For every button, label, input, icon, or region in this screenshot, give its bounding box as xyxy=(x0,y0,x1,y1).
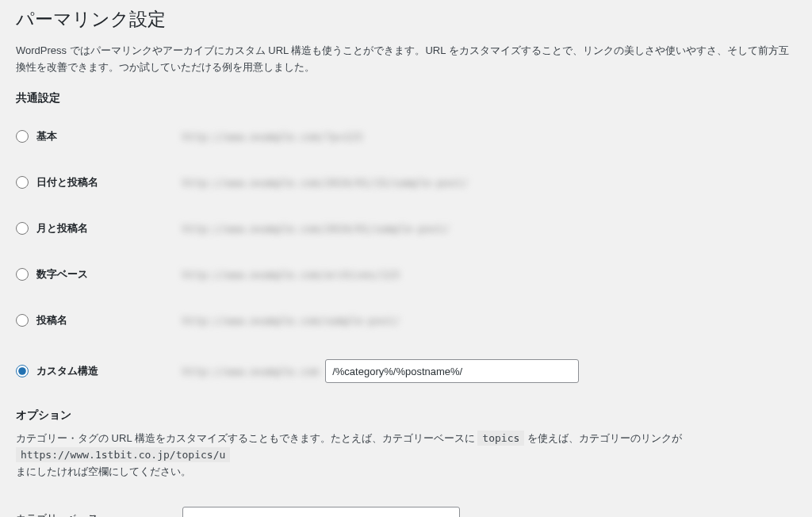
radio-month-name[interactable] xyxy=(16,222,29,235)
options-desc-pre: カテゴリー・タグの URL 構造をカスタマイズすることもできます。たとえば、カテ… xyxy=(16,432,477,444)
example-numeric: http://www.example.com/archives/123 xyxy=(182,269,400,281)
common-settings-heading: 共通設定 xyxy=(16,91,796,105)
radio-numeric[interactable] xyxy=(16,268,29,281)
permalink-options-table: 基本 http://www.example.com/?p=123 日付と投稿名 … xyxy=(16,113,796,399)
options-heading: オプション xyxy=(16,408,796,423)
category-base-label: カテゴリーベース xyxy=(16,492,182,517)
radio-plain[interactable] xyxy=(16,130,29,143)
radio-postname[interactable] xyxy=(16,314,29,327)
options-desc-mid: を使えば、カテゴリーのリンクが xyxy=(524,432,682,444)
example-date-name: http://www.example.com/2024/01/15/sample… xyxy=(182,177,468,189)
example-postname: http://www.example.com/sample-post/ xyxy=(182,315,400,327)
radio-custom[interactable] xyxy=(16,365,29,377)
example-plain: http://www.example.com/?p=123 xyxy=(182,131,362,143)
example-month-name: http://www.example.com/2024/01/sample-po… xyxy=(182,223,450,235)
page-title: パーマリンク設定 xyxy=(16,8,796,32)
radio-custom-label: カスタム構造 xyxy=(36,364,98,378)
options-code-url: https://www.1stbit.co.jp/topics/u xyxy=(16,447,230,462)
radio-month-name-label: 月と投稿名 xyxy=(36,221,88,236)
example-custom-prefix: http://www.example.com xyxy=(182,366,319,377)
options-code-topics: topics xyxy=(477,431,524,446)
radio-date-name[interactable] xyxy=(16,176,29,189)
radio-date-name-label: 日付と投稿名 xyxy=(36,175,98,190)
page-description: WordPress ではパーマリンクやアーカイブにカスタム URL 構造も使うこ… xyxy=(16,43,796,76)
radio-numeric-label: 数字ベース xyxy=(36,267,88,281)
category-base-input[interactable] xyxy=(182,507,460,517)
radio-postname-label: 投稿名 xyxy=(36,313,67,327)
radio-plain-label: 基本 xyxy=(36,129,57,144)
custom-structure-input[interactable] xyxy=(325,359,579,383)
options-description: カテゴリー・タグの URL 構造をカスタマイズすることもできます。たとえば、カテ… xyxy=(16,431,796,480)
options-table: カテゴリーベース xyxy=(16,492,796,517)
options-desc-post: まにしたければ空欄にしてください。 xyxy=(16,465,191,477)
